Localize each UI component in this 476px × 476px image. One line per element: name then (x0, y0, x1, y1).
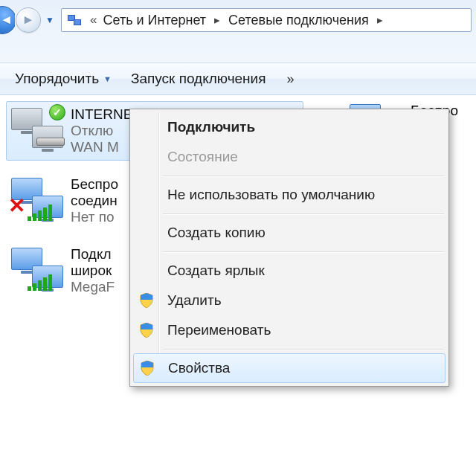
context-menu-separator (163, 176, 444, 176)
connection-item-wireless[interactable]: ✕ Беспро соедин Нет по (6, 171, 132, 231)
toolbar-overflow-button[interactable]: » (277, 71, 305, 87)
ctx-no-default[interactable]: Не использовать по умолчанию (132, 180, 447, 210)
content-area: ✓ INTERNET Отклю WAN M ✕ (0, 95, 476, 476)
connection-icon: ✓ (11, 106, 63, 151)
recent-pages-dropdown[interactable]: ▼ (42, 15, 58, 25)
arrow-right-icon: ► (22, 13, 35, 28)
breadcrumb-overflow[interactable]: « (86, 13, 101, 28)
ctx-label: Переименовать (167, 322, 271, 338)
nav-forward-button[interactable]: ► (16, 7, 41, 33)
ctx-status: Состояние (132, 142, 447, 172)
ctx-connect[interactable]: Подключить (132, 112, 447, 142)
start-connection-button[interactable]: Запуск подключения (122, 68, 275, 90)
start-connection-label: Запуск подключения (131, 71, 266, 87)
shield-icon (140, 293, 153, 308)
connection-item-broadband[interactable]: Подкл широк MegaF (6, 241, 132, 300)
connection-subtitle: широк (71, 263, 127, 279)
chevron-down-icon: ▼ (45, 15, 54, 25)
connection-title: Беспро (71, 176, 127, 193)
address-bar[interactable]: « Сеть и Интернет ▸ Сетевые подключения … (61, 8, 472, 32)
breadcrumb-separator[interactable]: ▸ (208, 9, 227, 31)
network-connections-icon (65, 11, 83, 29)
ctx-properties[interactable]: Свойства (133, 353, 446, 383)
ctx-label: Создать копию (167, 225, 266, 241)
context-menu-separator (163, 349, 444, 350)
connection-status: Нет по (71, 209, 127, 225)
ctx-create-shortcut[interactable]: Создать ярлык (132, 256, 447, 286)
arrow-left-icon: ◄ (0, 13, 13, 28)
connection-subtitle: соедин (71, 193, 127, 209)
ctx-label: Состояние (167, 149, 238, 165)
connection-title: Подкл (71, 246, 127, 263)
checkmark-icon: ✓ (49, 104, 65, 120)
connection-icon: ✕ (11, 176, 63, 221)
ctx-label: Свойства (168, 360, 230, 376)
nav-buttons: ◄ ► ▼ (0, 6, 58, 34)
breadcrumb-separator[interactable]: ▸ (370, 9, 390, 31)
ctx-label: Создать ярлык (167, 263, 265, 279)
explorer-window: ◄ ► ▼ « Сеть и Интернет ▸ Сетевые подклю… (0, 0, 476, 476)
chevron-down-icon: ▼ (103, 74, 112, 83)
shield-icon (141, 361, 154, 376)
context-menu-separator (163, 213, 444, 214)
organize-label: Упорядочить (15, 71, 99, 87)
ctx-create-copy[interactable]: Создать копию (132, 218, 447, 248)
context-menu: Подключить Состояние Не использовать по … (129, 109, 449, 387)
ctx-delete[interactable]: Удалить (132, 286, 447, 315)
ctx-rename[interactable]: Переименовать (132, 315, 447, 345)
context-menu-separator (163, 251, 444, 252)
shield-icon (140, 323, 153, 338)
ctx-label: Удалить (167, 292, 222, 309)
breadcrumb-part[interactable]: Сетевые подключения (227, 9, 370, 31)
nav-row: ◄ ► ▼ « Сеть и Интернет ▸ Сетевые подклю… (0, 0, 476, 36)
breadcrumb-part[interactable]: Сеть и Интернет (101, 9, 208, 31)
command-bar: Упорядочить ▼ Запуск подключения » (0, 62, 476, 95)
connection-icon (11, 246, 63, 291)
ctx-label: Не использовать по умолчанию (167, 187, 375, 203)
cross-icon: ✕ (8, 196, 25, 216)
ctx-label: Подключить (167, 119, 255, 135)
connection-device: MegaF (71, 279, 127, 295)
nav-back-button[interactable]: ◄ (0, 6, 15, 34)
organize-button[interactable]: Упорядочить ▼ (6, 68, 120, 90)
